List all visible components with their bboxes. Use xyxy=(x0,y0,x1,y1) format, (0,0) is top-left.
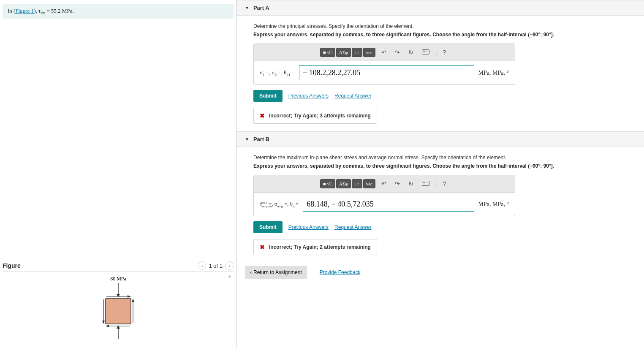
vector-tool-button[interactable]: vec xyxy=(363,48,375,57)
chevron-left-icon: ‹ xyxy=(250,269,252,275)
figure-body: ▲ 80 MPa xyxy=(3,272,234,348)
right-panel: ▼ Part A Determine the principal stresse… xyxy=(236,0,644,348)
part-a-title: Part A xyxy=(253,5,269,11)
svg-rect-2 xyxy=(106,299,131,324)
problem-prefix: In ( xyxy=(8,8,15,14)
part-a-actions: Submit Previous Answers Request Answer xyxy=(253,90,627,102)
subscript-tool-button[interactable]: ↓↑ xyxy=(352,179,362,188)
part-b-toolbar: ■ √□ ΑΣφ ↓↑ vec ↶ ↷ ↻ | ? xyxy=(254,175,515,193)
part-b-feedback-text: Incorrect; Try Again; 2 attempts remaini… xyxy=(269,244,371,250)
chevron-down-icon: ▼ xyxy=(245,5,249,10)
svg-marker-8 xyxy=(106,325,109,327)
part-b-feedback: ✖ Incorrect; Try Again; 2 attempts remai… xyxy=(253,239,377,255)
tau-sub: xy xyxy=(41,10,45,15)
diagram-top-label: 80 MPa xyxy=(110,276,126,282)
figure-nav: ‹ 1 of 1 › xyxy=(198,261,234,270)
svg-marker-10 xyxy=(102,321,105,324)
figure-next-button[interactable]: › xyxy=(225,261,234,270)
keyboard-button[interactable] xyxy=(419,179,432,189)
figure-header: Figure ‹ 1 of 1 › xyxy=(3,260,234,272)
fraction-tool-button[interactable]: ■ √□ xyxy=(320,179,335,188)
part-b-answer-input[interactable] xyxy=(303,197,474,212)
undo-button[interactable]: ↶ xyxy=(379,47,389,57)
provide-feedback-link[interactable]: Provide Feedback xyxy=(320,269,361,275)
vector-tool-button[interactable]: vec xyxy=(363,179,375,188)
stress-diagram: 80 MPa xyxy=(84,275,152,347)
svg-marker-1 xyxy=(117,294,120,297)
part-a-units: MPa, MPa, ° xyxy=(478,70,509,76)
part-b-variables: τin−planemax =, σavg =, θs = xyxy=(260,201,299,208)
incorrect-icon: ✖ xyxy=(260,112,265,119)
problem-value: = 55.2 MPa. xyxy=(45,8,74,14)
part-b-actions: Submit Previous Answers Request Answer xyxy=(253,221,627,233)
figure-prev-button[interactable]: ‹ xyxy=(198,261,206,270)
part-a-answer-input[interactable] xyxy=(299,65,474,80)
greek-tool-button[interactable]: ΑΣφ xyxy=(336,179,351,188)
svg-marker-4 xyxy=(117,325,120,329)
scroll-up-icon[interactable]: ▲ xyxy=(228,274,232,278)
redo-button[interactable]: ↷ xyxy=(392,179,402,189)
part-b-submit-button[interactable]: Submit xyxy=(253,221,283,233)
part-a-answer-box: ■ √□ ΑΣφ ↓↑ vec ↶ ↷ ↻ | ? σ1 =, σ2 =, θp… xyxy=(253,44,515,85)
part-b-header[interactable]: ▼ Part B xyxy=(236,131,644,147)
part-b-instruction-1: Determine the maximum in-plane shear str… xyxy=(253,155,627,160)
figure-section: Figure ‹ 1 of 1 › ▲ 80 MPa xyxy=(0,260,236,348)
help-button[interactable]: ? xyxy=(440,47,448,57)
problem-afterlink: ), τ xyxy=(34,8,41,14)
undo-button[interactable]: ↶ xyxy=(379,179,389,189)
part-b-instruction-2: Express your answers, separated by comma… xyxy=(253,163,627,169)
part-a-feedback-text: Incorrect; Try Again; 3 attempts remaini… xyxy=(269,113,371,119)
part-a-body: Determine the principal stresses. Specif… xyxy=(236,16,644,131)
bottom-bar: ‹ Return to Assignment Provide Feedback xyxy=(236,263,644,285)
part-b-body: Determine the maximum in-plane shear str… xyxy=(236,147,644,263)
reset-button[interactable]: ↻ xyxy=(406,179,416,189)
keyboard-icon xyxy=(422,181,429,186)
part-b-answer-box: ■ √□ ΑΣφ ↓↑ vec ↶ ↷ ↻ | ? τin−planemax =… xyxy=(253,175,515,216)
incorrect-icon: ✖ xyxy=(260,244,265,250)
problem-statement: In (Figure 1), τxy = 55.2 MPa. xyxy=(3,4,234,19)
svg-marker-12 xyxy=(132,299,134,302)
part-a-previous-answers-link[interactable]: Previous Answers xyxy=(288,93,329,99)
fraction-tool-button[interactable]: ■ √□ xyxy=(320,48,335,57)
figure-title: Figure xyxy=(3,262,21,269)
part-a-submit-button[interactable]: Submit xyxy=(253,90,283,102)
part-a-variables: σ1 =, σ2 =, θp1 = xyxy=(260,69,295,77)
left-panel: In (Figure 1), τxy = 55.2 MPa. Figure ‹ … xyxy=(0,0,236,348)
part-a-answer-row: σ1 =, σ2 =, θp1 = MPa, MPa, ° xyxy=(254,61,515,84)
return-to-assignment-button[interactable]: ‹ Return to Assignment xyxy=(245,266,307,279)
keyboard-icon xyxy=(422,49,429,54)
part-b-request-answer-link[interactable]: Request Answer xyxy=(334,224,371,230)
part-a-instruction-1: Determine the principal stresses. Specif… xyxy=(253,23,627,29)
part-a-instruction-2: Express your answers, separated by comma… xyxy=(253,32,627,38)
redo-button[interactable]: ↷ xyxy=(392,47,402,57)
part-a-header[interactable]: ▼ Part A xyxy=(236,0,644,16)
part-a-feedback: ✖ Incorrect; Try Again; 3 attempts remai… xyxy=(253,108,377,124)
subscript-tool-button[interactable]: ↓↑ xyxy=(352,48,362,57)
svg-marker-6 xyxy=(128,295,131,298)
part-b-answer-row: τin−planemax =, σavg =, θs = MPa, MPa, ° xyxy=(254,193,515,216)
figure-counter: 1 of 1 xyxy=(209,263,223,269)
reset-button[interactable]: ↻ xyxy=(406,47,416,57)
figure-link[interactable]: Figure 1 xyxy=(15,8,34,14)
part-a-request-answer-link[interactable]: Request Answer xyxy=(334,93,371,99)
greek-tool-button[interactable]: ΑΣφ xyxy=(336,48,351,57)
chevron-down-icon: ▼ xyxy=(245,137,249,141)
part-b-units: MPa, MPa, ° xyxy=(478,201,509,208)
part-b-title: Part B xyxy=(253,136,269,142)
part-a-toolbar: ■ √□ ΑΣφ ↓↑ vec ↶ ↷ ↻ | ? xyxy=(254,44,515,61)
keyboard-button[interactable] xyxy=(419,47,432,57)
help-button[interactable]: ? xyxy=(440,179,448,189)
part-b-previous-answers-link[interactable]: Previous Answers xyxy=(288,224,329,230)
